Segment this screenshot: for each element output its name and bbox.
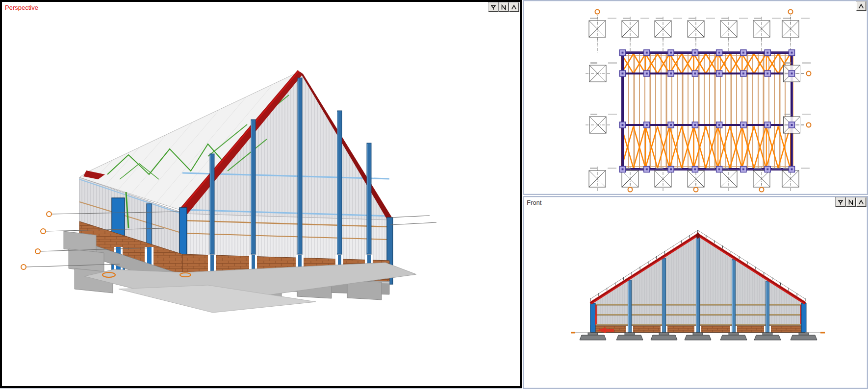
perspective-viewport-controls xyxy=(488,2,519,12)
viewport-front[interactable]: Front xyxy=(523,196,868,389)
front-viewport-controls xyxy=(836,197,866,207)
filter-y-button[interactable] xyxy=(836,197,845,207)
viewport-label-front: Front xyxy=(527,199,541,206)
perspective-3d-canvas[interactable] xyxy=(2,2,520,386)
up-button[interactable] xyxy=(509,2,519,12)
viewport-plan[interactable] xyxy=(523,0,868,195)
viewport-label-perspective: Perspective xyxy=(5,4,38,11)
cad-workspace: { "viewports": { "perspective": { "label… xyxy=(0,0,868,389)
up-button[interactable] xyxy=(856,1,866,11)
plan-drawing-canvas[interactable] xyxy=(524,1,867,194)
filter-y-button[interactable] xyxy=(488,2,498,12)
front-elevation-canvas[interactable] xyxy=(524,197,867,388)
viewport-perspective[interactable]: Perspective xyxy=(0,0,522,388)
n-button[interactable] xyxy=(846,197,856,207)
plan-viewport-controls xyxy=(856,1,866,11)
n-button[interactable] xyxy=(499,2,509,12)
up-button[interactable] xyxy=(856,197,866,207)
